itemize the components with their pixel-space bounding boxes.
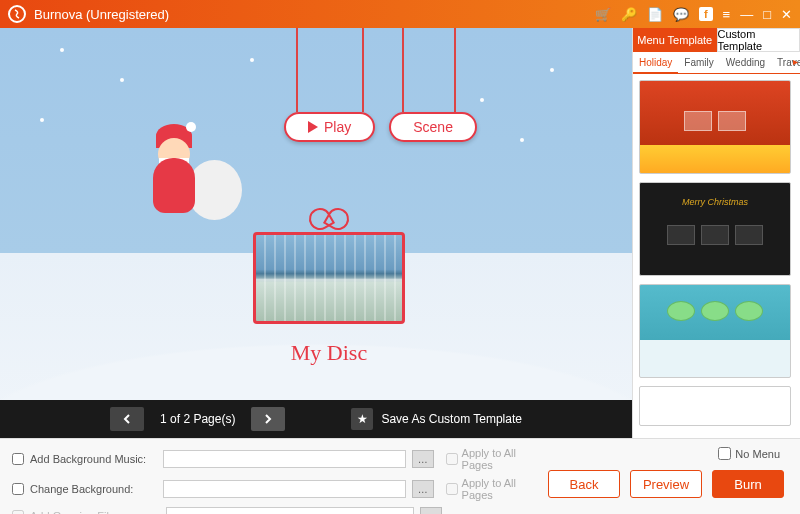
tab-custom-template[interactable]: Custom Template: [717, 28, 801, 52]
change-bg-browse-button[interactable]: …: [412, 480, 434, 498]
template-thumb-3[interactable]: [639, 284, 791, 378]
template-thumb-2[interactable]: [639, 182, 791, 276]
bg-music-apply-checkbox: [446, 453, 458, 465]
app-title: Burnova (Unregistered): [34, 7, 595, 22]
template-sidebar: Menu Template Custom Template Holiday Fa…: [632, 28, 800, 438]
app-logo-icon: [8, 5, 26, 23]
tab-menu-template[interactable]: Menu Template: [633, 28, 717, 52]
page-indicator: 1 of 2 Page(s): [160, 412, 235, 426]
bg-music-apply-label: Apply to All Pages: [462, 447, 548, 471]
template-thumb-1[interactable]: [639, 80, 791, 174]
bg-music-browse-button[interactable]: …: [412, 450, 434, 468]
video-thumbnail: [253, 232, 405, 324]
change-bg-checkbox[interactable]: [12, 483, 24, 495]
chat-icon[interactable]: 💬: [673, 7, 689, 22]
category-holiday[interactable]: Holiday: [633, 52, 678, 74]
no-menu-checkbox[interactable]: [718, 447, 731, 460]
template-thumb-4[interactable]: [639, 386, 791, 426]
no-menu-label: No Menu: [735, 448, 780, 460]
change-bg-input[interactable]: [163, 480, 406, 498]
change-bg-apply-label: Apply to All Pages: [462, 477, 548, 501]
play-icon: [308, 121, 318, 133]
titlebar: Burnova (Unregistered) 🛒 🔑 📄 💬 f ≡ — □ ✕: [0, 0, 800, 28]
change-bg-label: Change Background:: [30, 483, 157, 495]
facebook-icon[interactable]: f: [699, 7, 713, 21]
play-label: Play: [324, 119, 351, 135]
bow-icon: [309, 206, 349, 230]
save-as-template-button[interactable]: ★ Save As Custom Template: [351, 408, 522, 430]
opening-film-browse-button: …: [420, 507, 442, 514]
burn-button[interactable]: Burn: [712, 470, 784, 498]
page-prev-button[interactable]: [110, 407, 144, 431]
close-icon[interactable]: ✕: [781, 7, 792, 22]
back-button[interactable]: Back: [548, 470, 620, 498]
menu-icon[interactable]: ≡: [723, 7, 731, 22]
change-bg-apply-checkbox: [446, 483, 458, 495]
scene-label: Scene: [413, 119, 453, 135]
minimize-icon[interactable]: —: [740, 7, 753, 22]
bottom-panel: Add Background Music: … Apply to All Pag…: [0, 438, 800, 514]
cart-icon[interactable]: 🛒: [595, 7, 611, 22]
save-template-label: Save As Custom Template: [381, 412, 522, 426]
opening-film-label: Add Opening Film:: [30, 510, 160, 514]
disc-title[interactable]: My Disc: [248, 340, 410, 366]
page-next-button[interactable]: [251, 407, 285, 431]
category-scroll-right-icon[interactable]: ▸: [793, 56, 798, 67]
opening-film-input: [166, 507, 414, 514]
category-family[interactable]: Family: [678, 52, 719, 73]
file-icon[interactable]: 📄: [647, 7, 663, 22]
preview-button[interactable]: Preview: [630, 470, 702, 498]
menu-canvas: Play Scene My Disc 1 of 2 Page(s) ★ Save…: [0, 28, 632, 438]
disc-thumbnail-frame[interactable]: My Disc: [248, 206, 410, 366]
category-wedding[interactable]: Wedding: [720, 52, 771, 73]
key-icon[interactable]: 🔑: [621, 7, 637, 22]
svg-text:f: f: [704, 8, 708, 20]
bg-music-input[interactable]: [163, 450, 406, 468]
santa-illustration: [145, 120, 240, 230]
opening-film-checkbox: [12, 510, 24, 514]
play-button[interactable]: Play: [284, 112, 375, 142]
template-thumbnails: [633, 74, 800, 438]
scene-button[interactable]: Scene: [389, 112, 477, 142]
star-icon: ★: [351, 408, 373, 430]
bg-music-label: Add Background Music:: [30, 453, 157, 465]
maximize-icon[interactable]: □: [763, 7, 771, 22]
bg-music-checkbox[interactable]: [12, 453, 24, 465]
